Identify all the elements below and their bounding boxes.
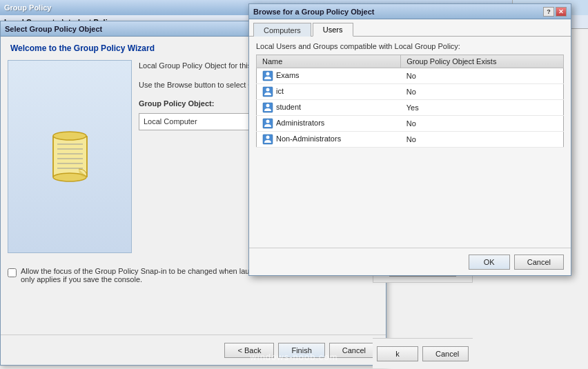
users-table: Name Group Policy Object Exists ExamsNo … — [256, 54, 564, 148]
user-icon — [262, 134, 276, 143]
table-row[interactable]: Non-AdministratorsNo — [257, 132, 564, 148]
browse-help-btn[interactable]: ? — [543, 7, 554, 17]
tab-computers[interactable]: Computers — [253, 23, 311, 37]
table-row[interactable]: AdministratorsNo — [257, 116, 564, 132]
svg-point-18 — [266, 120, 270, 123]
table-row[interactable]: studentYes — [257, 100, 564, 116]
user-exists-cell: No — [401, 84, 564, 100]
user-name-cell: student — [257, 100, 401, 116]
svg-rect-0 — [53, 136, 87, 177]
user-icon — [262, 71, 276, 79]
user-exists-cell: No — [401, 68, 564, 84]
col-name-header: Name — [257, 55, 401, 68]
user-exists-cell: Yes — [401, 100, 564, 116]
tab-users[interactable]: Users — [313, 23, 353, 37]
col-exists-header: Group Policy Object Exists — [401, 55, 564, 68]
user-exists-cell: No — [401, 132, 564, 148]
browse-titlebar: Browse for a Group Policy Object ? ✕ — [249, 4, 571, 19]
table-row[interactable]: ictNo — [257, 84, 564, 100]
browse-title: Browse for a Group Policy Object — [253, 8, 542, 16]
browse-footer: OK Cancel — [249, 248, 571, 275]
svg-point-20 — [266, 136, 270, 139]
user-icon — [262, 87, 276, 95]
browse-ok-button[interactable]: OK — [469, 255, 510, 270]
svg-point-14 — [266, 88, 270, 92]
wizard-icon-area — [8, 60, 132, 253]
browse-close-btn[interactable]: ✕ — [556, 7, 567, 17]
svg-point-7 — [53, 132, 86, 140]
browse-tabs: Computers Users — [249, 19, 571, 37]
watermark: windows-noob.com — [0, 352, 588, 362]
browse-content: Local Users and Groups compatible with L… — [249, 37, 571, 153]
svg-point-12 — [266, 72, 270, 76]
focus-checkbox[interactable] — [8, 268, 17, 277]
user-name-cell: Non-Administrators — [257, 132, 401, 148]
user-icon — [262, 119, 276, 127]
svg-point-16 — [266, 104, 270, 108]
browse-cancel-button[interactable]: Cancel — [514, 255, 564, 270]
user-icon — [262, 103, 276, 111]
user-name-cell: Exams — [257, 68, 401, 84]
scroll-icon — [48, 129, 92, 184]
user-name-cell: ict — [257, 84, 401, 100]
browse-dialog: Browse for a Group Policy Object ? ✕ Com… — [248, 3, 571, 276]
user-name-cell: Administrators — [257, 116, 401, 132]
user-exists-cell: No — [401, 116, 564, 132]
browse-description: Local Users and Groups compatible with L… — [256, 42, 564, 50]
table-row[interactable]: ExamsNo — [257, 68, 564, 84]
